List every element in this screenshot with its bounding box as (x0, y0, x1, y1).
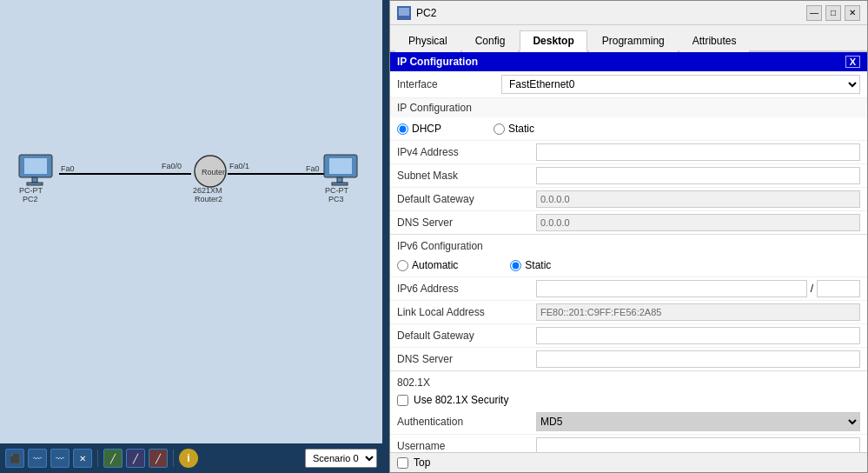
svg-rect-16 (337, 177, 342, 183)
ipv6-address-label: IPv6 Address (397, 283, 536, 295)
link-label-pc2-fa0: Fa0 (61, 164, 75, 173)
ipv6-inputs: / (536, 280, 860, 297)
toolbar-btn-1[interactable]: ⬛ (5, 449, 24, 468)
link-local-row: Link Local Address (390, 300, 867, 323)
dhcp-label: DHCP (412, 123, 441, 135)
title-left: PC2 (397, 6, 436, 20)
minimize-button[interactable]: — (806, 5, 822, 21)
toolbar-divider-2 (173, 450, 174, 467)
svg-text:Fa0/1: Fa0/1 (229, 162, 249, 170)
svg-text:PC-PT: PC-PT (19, 186, 43, 195)
svg-text:Router2: Router2 (195, 195, 222, 203)
bottom-bar: Top (390, 452, 867, 472)
dhcp-radio[interactable] (397, 123, 408, 135)
svg-rect-4 (32, 177, 37, 183)
ipv6-gateway-input[interactable] (536, 327, 860, 344)
ip-config-header: IP Configuration X (390, 52, 867, 71)
use-802-row: Use 802.1X Security (390, 390, 867, 410)
gateway-row: Default Gateway (390, 187, 867, 210)
pc2-window: PC2 — □ ✕ Physical Config Desktop Progra… (389, 0, 868, 473)
gateway-label: Default Gateway (397, 193, 536, 205)
tab-desktop[interactable]: Desktop (520, 30, 586, 52)
svg-rect-23 (402, 16, 406, 18)
close-button[interactable]: ✕ (845, 5, 860, 21)
ipv6-section-label: IPv6 Configuration (390, 234, 867, 254)
username-input[interactable] (536, 437, 860, 452)
ipv6-suffix-input[interactable] (817, 280, 860, 297)
network-canvas: Fa0 PC-PT PC2 Router Fa0/0 Fa0/1 2621XM … (0, 0, 382, 443)
toolbar-btn-2[interactable]: 〰 (28, 449, 47, 468)
pc2-window-icon (397, 6, 411, 20)
window-title: PC2 (416, 7, 436, 19)
automatic-radio-item: Automatic (397, 259, 458, 271)
tab-programming[interactable]: Programming (589, 30, 678, 52)
static-ipv6-radio[interactable] (510, 260, 521, 271)
subnet-row: Subnet Mask (390, 163, 867, 187)
svg-text:Fa0: Fa0 (306, 164, 320, 173)
dns-row: DNS Server (390, 210, 867, 234)
tab-attributes[interactable]: Attributes (679, 30, 750, 52)
toolbar-btn-3[interactable]: 〰 (50, 449, 70, 468)
content-area: IP Configuration X Interface FastEtherne… (390, 52, 867, 452)
svg-text:PC-PT: PC-PT (325, 186, 349, 195)
toolbar-btn-7[interactable]: ╱ (149, 449, 168, 468)
maximize-button[interactable]: □ (825, 5, 841, 21)
ipv6-gateway-row: Default Gateway (390, 323, 867, 347)
dot1x-section-label: 802.1X (390, 370, 867, 390)
scenario-select[interactable]: Scenario 0 (305, 449, 377, 468)
svg-rect-24 (400, 18, 408, 19)
auth-label: Authentication (397, 416, 536, 428)
svg-text:Fa0/0: Fa0/0 (162, 162, 182, 170)
static-label: Static (508, 123, 534, 135)
top-checkbox[interactable] (397, 457, 408, 469)
top-label: Top (414, 456, 430, 469)
link-local-input[interactable] (536, 303, 860, 321)
ip-config-title: IP Configuration (397, 56, 478, 68)
static-radio[interactable] (494, 123, 505, 135)
dhcp-static-row: DHCP Static (390, 117, 867, 140)
auth-row: Authentication MD5 (390, 410, 867, 434)
ipv4-label: IPv4 Address (397, 146, 536, 158)
static-ipv6-label: Static (525, 259, 551, 271)
dns-label: DNS Server (397, 217, 536, 229)
ipv6-slash: / (811, 283, 813, 295)
username-row: Username (390, 434, 867, 452)
tab-physical[interactable]: Physical (395, 30, 461, 52)
use-802-label: Use 802.1X Security (414, 394, 508, 406)
dhcp-radio-item: DHCP (397, 123, 441, 135)
ip-config-subsection: IP Configuration (390, 98, 867, 117)
ipv4-input[interactable] (536, 143, 860, 161)
svg-text:PC2: PC2 (23, 195, 38, 203)
ipv6-radio-row: Automatic Static (390, 254, 867, 276)
bottom-toolbar: ⬛ 〰 〰 ✕ ╱ ╱ ╱ i Scenario 0 (0, 443, 382, 473)
ipv6-dns-input[interactable] (536, 350, 860, 368)
tab-config[interactable]: Config (462, 30, 519, 52)
ipv6-address-row: IPv6 Address / (390, 276, 867, 300)
svg-text:2621XM: 2621XM (193, 186, 222, 195)
info-button[interactable]: i (179, 449, 198, 468)
svg-text:PC3: PC3 (328, 195, 344, 203)
network-diagram: Fa0 PC-PT PC2 Router Fa0/0 Fa0/1 2621XM … (0, 0, 382, 443)
subnet-input[interactable] (536, 167, 860, 184)
toolbar-btn-6[interactable]: ╱ (126, 449, 145, 468)
svg-rect-17 (332, 183, 348, 185)
ip-config-close[interactable]: X (845, 56, 860, 68)
ipv6-main-input[interactable] (536, 280, 807, 297)
subnet-label: Subnet Mask (397, 170, 536, 182)
interface-row: Interface FastEthernet0 (390, 71, 867, 98)
dns-input[interactable] (536, 214, 860, 231)
link-local-label: Link Local Address (397, 306, 536, 318)
svg-rect-15 (329, 158, 352, 174)
use-802-checkbox[interactable] (397, 395, 408, 406)
interface-select[interactable]: FastEthernet0 (501, 75, 860, 94)
toolbar-btn-4[interactable]: ✕ (73, 449, 92, 468)
svg-rect-22 (399, 8, 409, 16)
ipv6-dns-row: DNS Server (390, 347, 867, 370)
toolbar-btn-5[interactable]: ╱ (103, 449, 123, 468)
pc2-titlebar: PC2 — □ ✕ (390, 1, 867, 25)
gateway-input[interactable] (536, 190, 860, 208)
static-radio-item: Static (494, 123, 534, 135)
static-ipv6-radio-item: Static (510, 259, 551, 271)
automatic-radio[interactable] (397, 260, 408, 271)
auth-select[interactable]: MD5 (536, 412, 860, 431)
